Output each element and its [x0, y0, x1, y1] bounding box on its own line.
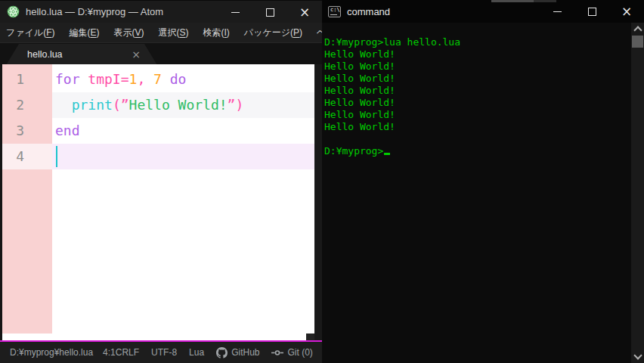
line-number[interactable]: 1 [2, 67, 52, 92]
statusbar-right: CRLFUTF-8Lua GitHub Git (0) [116, 347, 313, 358]
git-label: Git (0) [287, 347, 312, 358]
screen: hello.lua — D:¥myprog — Atom × ファイル(F)編集… [0, 0, 644, 363]
resize-grip[interactable] [306, 334, 314, 340]
code-token: 7 [153, 71, 162, 87]
scrollbar-thumb[interactable] [632, 36, 643, 48]
menu-item-2[interactable]: 編集(E) [69, 26, 99, 39]
console-line: Hello World! [324, 60, 630, 73]
code-token [145, 71, 153, 87]
line-number[interactable]: 2 [2, 92, 52, 118]
menu-item-4[interactable]: 選択(S) [159, 26, 189, 39]
atom-tabbar: hello.lua × [0, 42, 322, 64]
atom-titlebar[interactable]: hello.lua — D:¥myprog — Atom × [0, 0, 322, 23]
console-line: Hello World! [324, 121, 630, 133]
chevron-down-icon [633, 351, 642, 359]
console-line: D:¥myprog>lua hello.lua [324, 36, 630, 48]
file-path[interactable]: D:¥myprog¥hello.lua [10, 347, 93, 358]
github-icon [216, 347, 228, 358]
status-item-lua[interactable]: Lua [189, 347, 204, 358]
code-token: , [137, 71, 145, 87]
maximize-icon [588, 8, 596, 16]
atom-menubar: ファイル(F)編集(E)表示(V)選択(S)検索(I)パッケージ(P)ヘルプ(H… [0, 23, 322, 42]
code-token: ) [235, 97, 243, 113]
console-line: Hello World! [324, 85, 630, 97]
github-label: GitHub [231, 347, 259, 358]
console-line: Hello World! [324, 48, 630, 60]
menu-item-3[interactable]: 表示(V) [113, 26, 144, 39]
atom-logo-icon [7, 5, 20, 18]
tab-hello-lua[interactable]: hello.lua × [6, 44, 157, 65]
line-number[interactable]: 3 [2, 118, 52, 144]
github-status[interactable]: GitHub [216, 347, 259, 358]
close-icon: × [299, 6, 310, 19]
command-window: c:\ command × D:¥myprog>lua hello.luaHel… [322, 0, 644, 363]
close-icon: × [621, 5, 632, 18]
code-token: ” [121, 97, 129, 113]
console-window-controls: × [540, 0, 644, 23]
console-line [324, 133, 630, 145]
editor-pane[interactable]: 1234 for tmpI=1, 7 do print(”Hello World… [2, 64, 314, 340]
git-branch-icon [271, 349, 283, 357]
console-title: command [347, 6, 390, 17]
minimize-button[interactable] [218, 1, 252, 23]
minimize-icon [553, 11, 562, 12]
console-cursor [384, 153, 390, 155]
scroll-up-button[interactable] [631, 23, 644, 35]
statusbar-left: D:¥myprog¥hello.lua 4:1 [10, 347, 116, 358]
tab-close-icon[interactable]: × [132, 49, 141, 60]
console-scrollbar[interactable] [631, 23, 644, 363]
code-token: do [170, 71, 187, 87]
minimize-icon [231, 12, 240, 13]
maximize-button[interactable] [252, 1, 287, 23]
console-close-button[interactable]: × [609, 0, 644, 23]
tab-label: hello.lua [27, 49, 63, 60]
console-line: Hello World! [324, 73, 630, 85]
editor-code[interactable]: for tmpI=1, 7 do print(”Hello World!”)en… [52, 67, 314, 169]
code-token: Hello World! [129, 97, 228, 113]
menu-item-5[interactable]: 検索(I) [203, 26, 230, 39]
status-item-utf-8[interactable]: UTF-8 [151, 347, 177, 358]
code-line[interactable]: end [52, 118, 314, 144]
cursor-position[interactable]: 4:1 [103, 347, 116, 358]
code-line[interactable] [52, 144, 314, 169]
code-token: ” [228, 97, 236, 113]
background-window-edge [491, 0, 534, 2]
background-window-edge [534, 0, 556, 2]
code-token: 1 [129, 71, 138, 87]
code-line[interactable]: for tmpI=1, 7 do [52, 67, 314, 92]
text-cursor [56, 146, 57, 167]
status-item-crlf[interactable]: CRLF [116, 347, 139, 358]
command-prompt-icon: c:\ [328, 6, 341, 17]
menu-item-1[interactable]: ファイル(F) [6, 26, 54, 39]
menu-item-6[interactable]: パッケージ(P) [244, 26, 302, 39]
scroll-down-button[interactable] [631, 351, 644, 363]
editor-gutter: 1234 [2, 64, 52, 334]
console-maximize-button[interactable] [574, 0, 609, 23]
chevron-up-icon [633, 26, 642, 34]
code-token [55, 97, 72, 113]
code-token: ( [113, 97, 121, 113]
console-line: Hello World! [324, 109, 630, 121]
editor-right-edge [314, 64, 322, 340]
close-button[interactable]: × [287, 1, 322, 23]
console-line: D:¥myprog> [324, 145, 630, 157]
console-minimize-button[interactable] [540, 0, 574, 23]
code-token: for [55, 71, 88, 87]
code-token: = [121, 71, 129, 87]
status-right-items: CRLFUTF-8Lua [116, 347, 204, 358]
console-line: Hello World! [324, 97, 630, 109]
git-status[interactable]: Git (0) [271, 347, 312, 358]
code-line[interactable]: print(”Hello World!”) [52, 92, 314, 118]
console-titlebar[interactable]: c:\ command × [322, 0, 644, 23]
code-token: tmpI [88, 71, 120, 87]
atom-window: hello.lua — D:¥myprog — Atom × ファイル(F)編集… [0, 0, 322, 363]
atom-statusbar: D:¥myprog¥hello.lua 4:1 CRLFUTF-8Lua Git… [0, 342, 322, 363]
console-text: D:¥myprog>lua hello.luaHello World!Hello… [324, 36, 630, 157]
line-number[interactable]: 4 [2, 144, 52, 169]
code-token: print [72, 97, 113, 113]
console-output[interactable]: D:¥myprog>lua hello.luaHello World!Hello… [322, 23, 644, 363]
maximize-icon [266, 8, 274, 17]
code-token: end [55, 123, 80, 138]
atom-window-controls: × [218, 1, 322, 23]
code-token [162, 71, 170, 87]
